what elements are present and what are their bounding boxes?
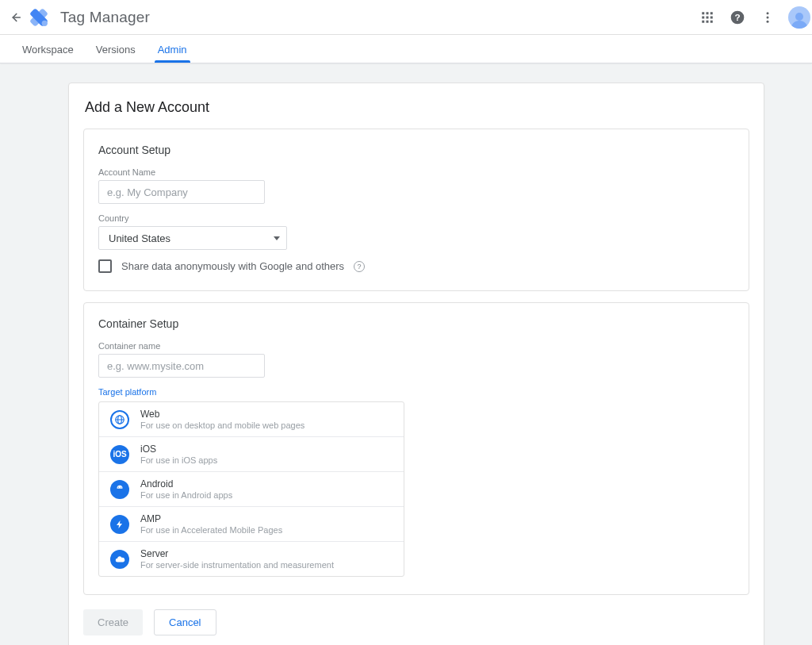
help-button[interactable]: ? xyxy=(728,8,747,27)
svg-rect-1 xyxy=(29,8,48,27)
container-name-input[interactable] xyxy=(98,354,265,378)
cloud-icon xyxy=(110,550,129,569)
page-card: Add a New Account Account Setup Account … xyxy=(68,83,764,645)
more-vertical-icon xyxy=(760,10,775,25)
main-content: Add a New Account Account Setup Account … xyxy=(0,63,812,645)
svg-point-15 xyxy=(767,12,769,14)
container-setup-card: Container Setup Container name Target pl… xyxy=(83,302,749,595)
topbar: Tag Manager ? xyxy=(0,0,812,35)
app-title: Tag Manager xyxy=(60,9,150,26)
platform-item-ios[interactable]: iOS iOS For use in iOS apps xyxy=(99,436,404,471)
platform-server-title: Server xyxy=(140,548,334,559)
share-data-help-icon[interactable]: ? xyxy=(354,261,365,272)
svg-point-19 xyxy=(118,415,122,424)
svg-point-13 xyxy=(731,10,745,24)
account-setup-card: Account Setup Account Name Country Unite… xyxy=(83,129,749,291)
svg-rect-9 xyxy=(710,16,713,18)
country-label: Country xyxy=(98,213,734,223)
svg-point-16 xyxy=(767,16,769,18)
globe-icon xyxy=(110,410,129,429)
svg-rect-8 xyxy=(707,16,709,18)
svg-point-3 xyxy=(42,20,48,25)
country-select[interactable]: United States xyxy=(98,226,287,250)
platform-android-title: Android xyxy=(140,478,232,490)
share-data-checkbox[interactable] xyxy=(98,259,112,273)
platform-web-sub: For use on desktop and mobile web pages xyxy=(140,420,304,430)
platform-list: Web For use on desktop and mobile web pa… xyxy=(98,401,404,577)
more-menu-button[interactable] xyxy=(758,8,777,27)
svg-text:?: ? xyxy=(734,12,740,22)
platform-android-sub: For use in Android apps xyxy=(140,490,232,500)
svg-point-18 xyxy=(116,415,124,424)
android-icon xyxy=(110,480,129,499)
platform-web-title: Web xyxy=(140,409,304,420)
action-row: Create Cancel xyxy=(83,609,749,635)
share-data-label: Share data anonymously with Google and o… xyxy=(121,260,344,272)
ios-icon: iOS xyxy=(110,445,129,464)
tab-admin[interactable]: Admin xyxy=(147,44,198,63)
create-button[interactable]: Create xyxy=(83,609,143,635)
apps-button[interactable] xyxy=(698,8,717,27)
platform-item-web[interactable]: Web For use on desktop and mobile web pa… xyxy=(99,402,404,436)
platform-amp-title: AMP xyxy=(140,513,282,524)
cancel-button[interactable]: Cancel xyxy=(154,609,216,635)
chevron-down-icon xyxy=(274,236,280,240)
svg-rect-4 xyxy=(702,12,704,14)
country-select-value: United States xyxy=(109,232,170,244)
platform-item-android[interactable]: Android For use in Android apps xyxy=(99,471,404,506)
account-avatar[interactable] xyxy=(788,6,810,29)
svg-rect-5 xyxy=(707,12,709,14)
platform-server-sub: For server-side instrumentation and meas… xyxy=(140,560,334,570)
container-setup-title: Container Setup xyxy=(98,317,734,330)
gtm-logo-icon xyxy=(29,7,49,28)
svg-rect-11 xyxy=(707,20,709,22)
platform-amp-sub: For use in Accelerated Mobile Pages xyxy=(140,525,282,535)
bolt-icon xyxy=(110,515,129,534)
svg-rect-7 xyxy=(702,16,704,18)
platform-item-server[interactable]: Server For server-side instrumentation a… xyxy=(99,541,404,576)
account-name-input[interactable] xyxy=(98,180,265,204)
container-name-label: Container name xyxy=(98,341,734,351)
arrow-left-icon xyxy=(9,10,23,25)
apps-grid-icon xyxy=(700,10,714,25)
svg-point-21 xyxy=(118,486,119,487)
back-button[interactable] xyxy=(5,6,27,29)
help-icon: ? xyxy=(730,10,745,25)
svg-rect-10 xyxy=(702,20,704,22)
account-name-label: Account Name xyxy=(98,167,734,177)
svg-point-17 xyxy=(767,20,769,22)
svg-rect-2 xyxy=(29,8,48,27)
target-platform-label: Target platform xyxy=(98,387,734,397)
svg-point-22 xyxy=(121,486,121,487)
platform-ios-title: iOS xyxy=(140,443,217,455)
svg-rect-6 xyxy=(710,12,713,14)
account-setup-title: Account Setup xyxy=(98,144,734,156)
svg-rect-12 xyxy=(710,20,713,22)
platform-ios-sub: For use in iOS apps xyxy=(140,455,217,465)
tab-bar: Workspace Versions Admin xyxy=(0,35,812,63)
platform-item-amp[interactable]: AMP For use in Accelerated Mobile Pages xyxy=(99,506,404,541)
page-title: Add a New Account xyxy=(85,99,749,116)
gtm-logo xyxy=(27,6,51,29)
tab-workspace[interactable]: Workspace xyxy=(11,44,85,63)
tab-versions[interactable]: Versions xyxy=(85,44,147,63)
